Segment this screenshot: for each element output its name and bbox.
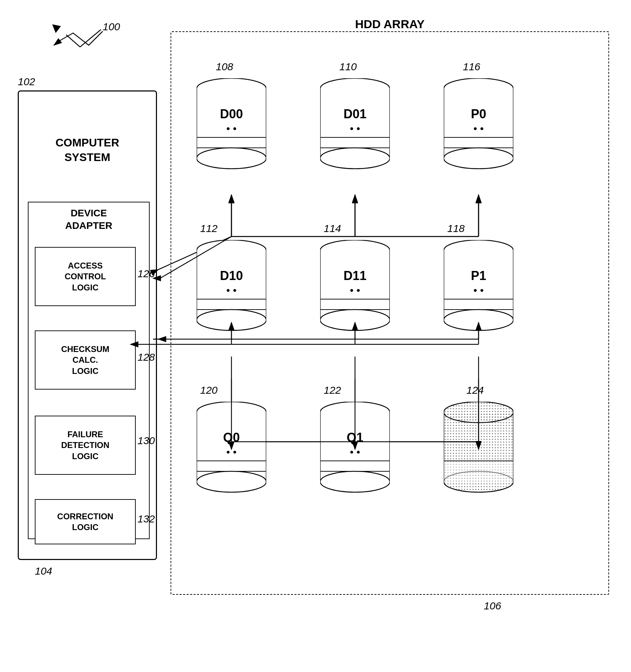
svg-text:D01: D01 xyxy=(344,107,366,121)
access-control-label: ACCESS CONTROL LOGIC xyxy=(65,260,106,293)
cylinder-P1: P1 • • xyxy=(444,240,513,357)
svg-text:P0: P0 xyxy=(471,107,486,121)
ref-120: 120 xyxy=(200,384,218,396)
ref-100: 100 xyxy=(103,21,120,33)
checksum-calc-logic-box: CHECKSUM CALC. LOGIC xyxy=(35,330,136,390)
svg-text:• •: • • xyxy=(226,446,236,458)
ref-122: 122 xyxy=(324,384,341,396)
ref-128: 128 xyxy=(137,351,155,363)
svg-line-129 xyxy=(54,40,61,45)
svg-text:D11: D11 xyxy=(344,269,366,283)
svg-line-0 xyxy=(80,30,101,47)
svg-text:• •: • • xyxy=(350,446,360,458)
svg-text:P1: P1 xyxy=(471,269,486,283)
device-adapter-title: DEVICE ADAPTER xyxy=(28,207,150,232)
svg-text:• •: • • xyxy=(226,123,236,134)
ref-104: 104 xyxy=(35,565,52,577)
svg-rect-108 xyxy=(444,461,513,482)
hdd-array-title: HDD ARRAY xyxy=(171,17,609,31)
correction-logic-box: CORRECTION LOGIC xyxy=(35,499,136,544)
access-control-logic-box: ACCESS CONTROL LOGIC xyxy=(35,247,136,306)
svg-text:Q1: Q1 xyxy=(347,430,363,445)
cylinder-D00: D00 • • xyxy=(197,78,266,195)
svg-point-51 xyxy=(444,148,513,169)
svg-text:• •: • • xyxy=(473,123,483,134)
ref-124: 124 xyxy=(466,384,484,396)
ref-126: 126 xyxy=(137,268,155,280)
svg-marker-2 xyxy=(52,24,61,33)
ref-116: 116 xyxy=(463,61,480,73)
cylinder-Q1: Q1 • • xyxy=(320,402,390,518)
failure-detection-label: FAILURE DETECTION LOGIC xyxy=(61,429,110,462)
ref-130: 130 xyxy=(137,435,155,447)
svg-text:• •: • • xyxy=(350,123,360,134)
computer-system-title: COMPUTER SYSTEM xyxy=(18,136,157,165)
svg-text:D00: D00 xyxy=(220,107,243,121)
ref-110: 110 xyxy=(339,61,357,73)
diagram: 100 102 104 COMPUTER SYSTEM DEVICE ADAPT… xyxy=(0,0,631,672)
cylinder-spare xyxy=(444,402,513,518)
checksum-label: CHECKSUM CALC. LOGIC xyxy=(61,344,110,376)
svg-point-78 xyxy=(444,310,513,330)
svg-point-87 xyxy=(197,471,266,492)
svg-point-96 xyxy=(320,471,390,492)
failure-detection-logic-box: FAILURE DETECTION LOGIC xyxy=(35,416,136,475)
svg-point-69 xyxy=(320,310,390,330)
cylinder-D10: D10 • • xyxy=(197,240,266,357)
ref-106: 106 xyxy=(484,600,501,612)
cylinder-P0: P0 • • xyxy=(444,78,513,195)
svg-point-60 xyxy=(197,310,266,330)
ref-114: 114 xyxy=(324,223,341,234)
svg-point-42 xyxy=(320,148,390,169)
svg-text:• •: • • xyxy=(350,285,360,296)
ref-102: 102 xyxy=(18,76,35,88)
ref-118: 118 xyxy=(447,223,465,234)
ref-108: 108 xyxy=(216,61,233,73)
cylinder-D01: D01 • • xyxy=(320,78,390,195)
svg-text:• •: • • xyxy=(226,285,236,296)
cylinder-Q0: Q0 • • xyxy=(197,402,266,518)
svg-text:Q0: Q0 xyxy=(223,430,240,445)
svg-point-33 xyxy=(197,148,266,169)
ref-132: 132 xyxy=(137,513,155,525)
cylinder-D11: D11 • • xyxy=(320,240,390,357)
svg-line-1 xyxy=(66,35,80,47)
svg-text:• •: • • xyxy=(473,285,483,296)
ref-112: 112 xyxy=(200,223,218,234)
svg-text:D10: D10 xyxy=(220,269,243,283)
correction-label: CORRECTION LOGIC xyxy=(57,511,113,533)
